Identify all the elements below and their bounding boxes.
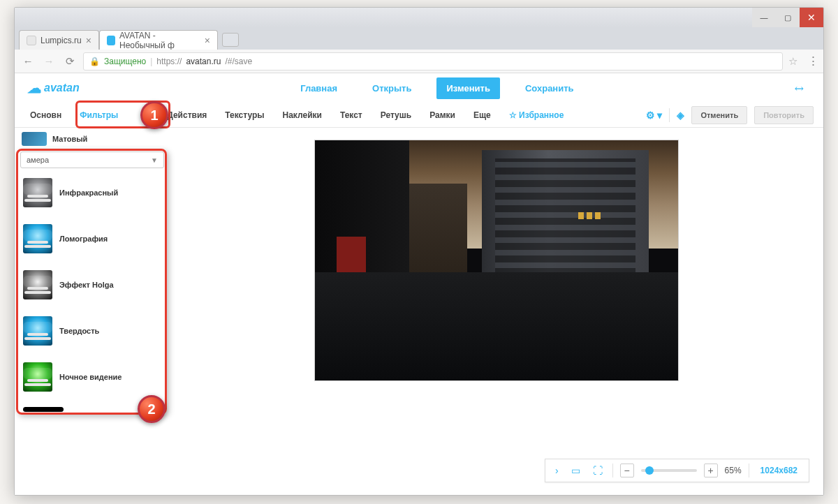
nav-reload-button[interactable]: ⟳ [62,54,78,69]
secure-label: Защищено [104,57,146,66]
canvas-bottom-toolbar: › ▭ ⛶ − + 65% 1024x682 [545,459,809,482]
canvas-window-light [578,212,584,219]
image-canvas[interactable] [315,140,678,380]
tab-title: Lumpics.ru [41,36,82,45]
logo-cloud-icon: ☁ [27,80,41,96]
filter-item[interactable]: Ломография [15,220,170,266]
url-proto: https:// [156,57,182,66]
window-titlebar: — ▢ ✕ [15,8,823,27]
filter-label: Твердость [59,327,99,335]
window-minimize-button[interactable]: — [752,8,776,27]
browser-tab-avatan[interactable]: AVATAN - Необычный ф × [99,30,218,50]
window-maximize-button[interactable]: ▢ [776,8,800,27]
bookmark-star-icon[interactable]: ☆ [788,55,797,68]
filter-thumb-icon [23,224,52,253]
favicon-icon [27,36,36,45]
tab-favorites[interactable]: ☆ Избранное [503,104,570,126]
window-close-button[interactable]: ✕ [800,8,823,27]
filter-thumb-icon [23,362,52,392]
browser-tabstrip: Lumpics.ru × AVATAN - Необычный ф × [15,27,823,50]
tab-textures[interactable]: Текстуры [219,104,270,126]
zoom-slider-thumb[interactable] [645,466,654,475]
nav-back-button[interactable]: ← [20,54,36,69]
nav-save[interactable]: Сохранить [515,77,584,99]
sidebar-filters: Матовый амера ▼ ИнфракрасныйЛомографияЭф… [15,128,170,495]
new-tab-button[interactable] [222,33,239,47]
tab-close-icon[interactable]: × [205,35,210,46]
nav-edit-button[interactable]: Изменить [436,77,500,99]
undo-button[interactable]: Отменить [691,106,747,124]
filter-thumb-icon [23,270,52,299]
workspace: Матовый амера ▼ ИнфракрасныйЛомографияЭф… [15,128,823,495]
tab-stickers[interactable]: Наклейки [277,104,328,126]
tab-actions[interactable]: Действия [161,104,212,126]
filter-label: Эффект Holga [59,281,114,289]
logo-text: avatan [44,82,80,94]
url-input[interactable]: 🔒 Защищено | https://avatan.ru/#/save [83,52,783,71]
favicon-icon [107,36,115,45]
filter-item[interactable]: Твердость [15,312,170,358]
filter-thumb-icon [23,178,52,207]
canvas-building-right [482,150,649,290]
settings-gear-icon[interactable]: ⚙ ▾ [646,110,663,121]
zoom-slider[interactable] [641,469,697,472]
fullscreen-canvas-icon[interactable]: ⛶ [590,465,605,476]
tab-close-icon[interactable]: × [86,35,91,46]
browser-menu-button[interactable]: ⋮ [807,54,818,68]
filter-category-select[interactable]: амера ▼ [20,151,164,168]
zoom-out-button[interactable]: − [620,464,634,477]
browser-window: — ▢ ✕ Lumpics.ru × AVATAN - Необычный ф … [14,7,824,496]
filter-thumb-icon [23,316,52,346]
filter-item-top[interactable]: Матовый [15,131,170,147]
fit-screen-icon[interactable]: ▭ [568,465,583,476]
page-content: ☁ avatan Главная Открыть Изменить Сохран… [15,73,823,495]
layers-icon[interactable]: ◈ [677,110,684,121]
sidebar-scroll-indicator[interactable] [23,407,64,412]
tab-favorites-label: Избранное [519,110,564,120]
tab-retouch[interactable]: Ретушь [375,104,417,126]
collapse-panel-icon[interactable]: › [552,465,561,476]
tab-filters[interactable]: Фильтры [74,104,124,126]
chevron-down-icon: ▼ [151,156,158,164]
browser-tab-lumpics[interactable]: Lumpics.ru × [19,30,99,50]
lock-icon: 🔒 [89,57,100,66]
canvas-street-layer [315,272,678,380]
fullscreen-icon[interactable]: ⤢ [791,80,807,96]
canvas-area: › ▭ ⛶ − + 65% 1024x682 [170,128,823,495]
callout-badge-2: 2 [138,395,166,423]
app-header: ☁ avatan Главная Открыть Изменить Сохран… [15,73,823,103]
canvas-building-far [402,184,468,280]
url-domain: avatan.ru [186,57,221,66]
tab-title: AVATAN - Необычный ф [119,31,200,50]
tab-basic[interactable]: Основн [24,104,67,126]
filter-label: Инфракрасный [59,188,118,197]
star-icon: ☆ [509,110,517,120]
nav-open[interactable]: Открыть [362,77,421,99]
tab-frames[interactable]: Рамки [424,104,461,126]
filter-label: Матовый [52,135,87,143]
zoom-percent: 65% [725,466,742,475]
category-label: амера [27,156,49,164]
zoom-in-button[interactable]: + [704,464,718,477]
tab-text[interactable]: Текст [335,104,368,126]
editor-toolbar: Основн Фильтры hid Действия Текстуры Нак… [15,103,823,128]
tab-more[interactable]: Еще [468,104,497,126]
app-logo[interactable]: ☁ avatan [27,80,80,96]
address-bar: ← → ⟳ 🔒 Защищено | https://avatan.ru/#/s… [15,50,823,73]
filter-item[interactable]: Эффект Holga [15,266,170,312]
filter-label: Ночное видение [59,373,122,381]
redo-button[interactable]: Повторить [754,106,814,124]
callout-badge-1: 1 [140,101,168,129]
filter-item[interactable]: Инфракрасный [15,174,170,220]
filters-list-box: амера ▼ ИнфракрасныйЛомографияЭффект Hol… [15,151,170,412]
filter-thumb-icon [22,132,47,146]
image-dimensions[interactable]: 1024x682 [756,466,802,475]
url-path: /#/save [225,57,252,66]
nav-home[interactable]: Главная [291,77,347,99]
nav-forward-button[interactable]: → [41,54,57,69]
filter-label: Ломография [59,235,108,243]
